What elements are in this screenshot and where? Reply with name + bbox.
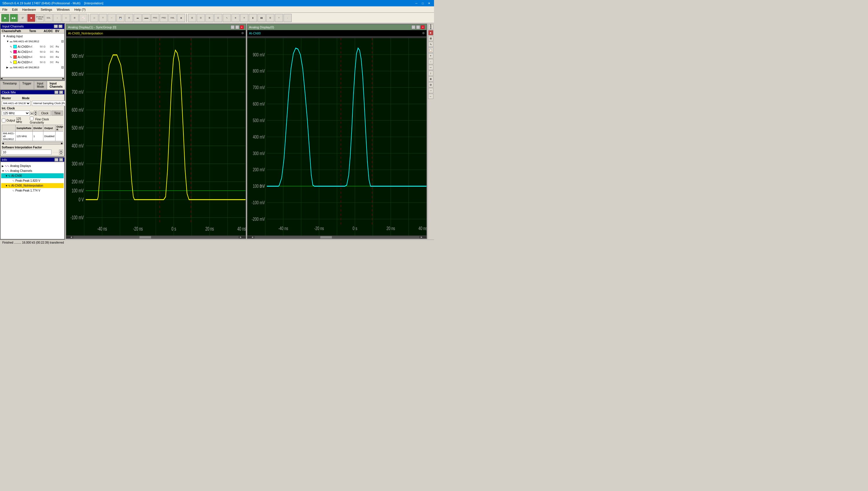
clock-up-btn[interactable]: ▲ xyxy=(30,112,34,115)
osc1-scroll-track[interactable] xyxy=(73,236,239,238)
rs-btn-7[interactable]: ↔ xyxy=(428,65,433,70)
ic-restore-btn[interactable]: ⊡ xyxy=(54,25,58,28)
fine-clock-checkbox[interactable] xyxy=(30,117,34,120)
osc1-close-btn[interactable]: ✕ xyxy=(240,25,244,29)
tb-btn24[interactable]: ⊡ xyxy=(214,14,222,22)
h-scroll-track[interactable] xyxy=(2,78,62,80)
tb-btn20[interactable]: ◉ xyxy=(177,14,185,22)
info-analog-displays[interactable]: ▶ ∿∿ Analog Displays xyxy=(1,164,64,168)
analog-input-group[interactable]: ▼ Analog Input xyxy=(1,34,64,39)
clock-hscrollbar[interactable]: ◀ ▶ xyxy=(2,142,63,145)
ai-ch02-row[interactable]: ∿ AI-Ch02 Buf. 50 Ω DC Fu xyxy=(1,54,64,60)
clock-freq-select[interactable]: 125 MHz xyxy=(2,111,30,116)
interp-input[interactable] xyxy=(2,150,52,155)
tb-run[interactable]: ▶ xyxy=(1,14,9,22)
rs-btn-2[interactable]: ⊞ xyxy=(428,36,433,41)
rs-btn-10[interactable]: ⊖ xyxy=(428,82,433,87)
tab-input-channels[interactable]: Input Channels xyxy=(47,81,65,89)
tb-btn18[interactable]: PRD xyxy=(160,14,168,22)
tb-btn16[interactable]: ▬▬ xyxy=(142,14,150,22)
minimize-button[interactable]: ─ xyxy=(414,1,419,5)
ai-ch03-row[interactable]: ∿ AI-Ch03 Buf. 50 Ω DC Fu xyxy=(1,60,64,65)
tb-btn32[interactable]: - xyxy=(284,14,292,22)
rs-btn-1[interactable]: ■ xyxy=(428,30,433,35)
tb-btn8[interactable]: ⊞ xyxy=(70,14,79,22)
menu-hardware[interactable]: Hardware xyxy=(20,7,38,12)
clock-scroll-right[interactable]: ▶ xyxy=(61,142,63,145)
info-close-btn[interactable]: ✕ xyxy=(59,158,63,162)
interp-up-btn[interactable]: ▲ xyxy=(59,150,63,152)
output-checkbox[interactable] xyxy=(2,119,5,122)
close-button[interactable]: ✕ xyxy=(427,1,432,5)
tb-btn6[interactable]: ↕ xyxy=(53,14,61,22)
tb-btn9[interactable]: 📈 xyxy=(79,14,87,22)
clock-down-btn[interactable]: ▼ xyxy=(34,113,37,116)
osc2-scroll-left[interactable]: ◀ xyxy=(252,236,253,238)
rs-btn-11[interactable]: → xyxy=(428,88,433,93)
device2-row[interactable]: ▶ ▬ M4i.4421-x8 SN13813 🖼 xyxy=(1,65,64,70)
master-select[interactable]: M4i.4421-x8 SN13813 xyxy=(2,101,31,106)
rs-btn-9[interactable]: ⊕ xyxy=(428,77,433,82)
clock-close-btn[interactable]: ✕ xyxy=(59,91,63,94)
time-action-btn[interactable]: Time xyxy=(52,111,63,116)
osc2-scroll-track[interactable] xyxy=(254,236,420,238)
tb-btn13[interactable]: 💾 xyxy=(116,14,124,22)
osc2-scroll-thumb[interactable] xyxy=(320,236,332,238)
menu-edit[interactable]: Edit xyxy=(10,7,20,12)
tb-btn27[interactable]: ✕ xyxy=(240,14,248,22)
osc1-maximize-btn[interactable]: □ xyxy=(235,25,239,29)
menu-windows[interactable]: Windows xyxy=(54,7,72,12)
osc2-settings-icon[interactable]: ⚙ xyxy=(422,32,425,35)
info-ai-ch00-nointerpol[interactable]: ▼ ∿ AI-Ch00_NoInterpolation xyxy=(1,183,64,188)
info-ai-ch00[interactable]: ▼ ∿ AI-Ch00 xyxy=(1,173,64,178)
rs-btn-5[interactable]: + xyxy=(428,53,433,58)
osc2-minimize-btn[interactable]: ─ xyxy=(411,25,415,29)
rs-btn-4[interactable]: 📋 xyxy=(428,48,433,53)
rs-btn-hide[interactable]: HIDE xyxy=(428,24,433,30)
clock-action-btn[interactable]: Clock xyxy=(38,111,51,116)
menu-settings[interactable]: Settings xyxy=(38,7,54,12)
tb-btn22[interactable]: ⊟ xyxy=(197,14,205,22)
tb-btn28[interactable]: ▮ xyxy=(249,14,257,22)
tb-btn11[interactable]: T xyxy=(99,14,107,22)
ic-close-btn[interactable]: ✕ xyxy=(58,25,62,28)
osc2-close-btn[interactable]: ✕ xyxy=(421,25,425,29)
tb-btn17[interactable]: PRS xyxy=(151,14,159,22)
osc1-scroll-right[interactable]: ▶ xyxy=(240,236,241,238)
maximize-button[interactable]: □ xyxy=(420,1,425,5)
device1-row[interactable]: ▼ ▬ M4i.4421-x8 SN13812 🖼 xyxy=(1,39,64,44)
osc1-hscrollbar[interactable]: ◀ ▶ xyxy=(66,235,245,238)
tb-btn14[interactable]: ⚙ xyxy=(125,14,133,22)
tb-btn7[interactable]: ↕↕ xyxy=(62,14,70,22)
rs-btn-12[interactable]: ← xyxy=(428,94,433,99)
tb-btn31[interactable]: + xyxy=(275,14,283,22)
osc2-scroll-right[interactable]: ▶ xyxy=(421,236,423,238)
info-peak2[interactable]: ∿ Peak-Peak 1.774 V xyxy=(1,188,64,193)
osc2-hscrollbar[interactable]: ◀ ▶ xyxy=(248,235,427,238)
interp-down-btn[interactable]: ▼ xyxy=(59,152,63,155)
osc1-settings-icon[interactable]: ⚙ xyxy=(241,32,244,35)
tb-btn30[interactable]: ⊞ xyxy=(266,14,274,22)
menu-file[interactable]: File xyxy=(0,7,10,12)
h-scrollbar[interactable]: ◀ ▶ xyxy=(1,77,64,80)
rs-btn-6[interactable]: - xyxy=(428,59,433,64)
info-restore-btn[interactable]: ⊡ xyxy=(54,158,58,162)
tb-stop[interactable]: ■ xyxy=(27,14,35,22)
tb-force[interactable]: FORCE TRIG xyxy=(36,14,44,22)
tab-trigger[interactable]: Trigger xyxy=(20,81,34,89)
ai-ch00-row[interactable]: ∿ AI-Ch00 Buf. 50 Ω DC Fu xyxy=(1,44,64,49)
tab-timestamp[interactable]: Timestamp xyxy=(0,81,19,89)
osc1-plot[interactable]: 900 mV 800 mV 700 mV 600 mV 500 mV 400 m… xyxy=(66,38,245,235)
menu-help[interactable]: Help (?) xyxy=(72,7,88,12)
clock-up-btn2[interactable]: ▲ xyxy=(34,111,37,113)
osc1-minimize-btn[interactable]: ─ xyxy=(231,25,235,29)
tb-btn12[interactable]: ↔ xyxy=(108,14,116,22)
tab-input-mode[interactable]: Input Mode xyxy=(34,81,47,89)
tb-restart[interactable]: ↺ xyxy=(19,14,27,22)
tb-btn23[interactable]: ⊠ xyxy=(205,14,213,22)
tb-run-multi[interactable]: ▶▶ xyxy=(10,14,18,22)
tb-btn25[interactable]: ∿ xyxy=(223,14,231,22)
osc2-plot[interactable]: 900 mV 800 mV 700 mV 600 mV 500 mV 400 m… xyxy=(248,38,427,235)
tb-btn10[interactable]: ▷ xyxy=(90,14,98,22)
tb-btn19[interactable]: XML xyxy=(168,14,176,22)
